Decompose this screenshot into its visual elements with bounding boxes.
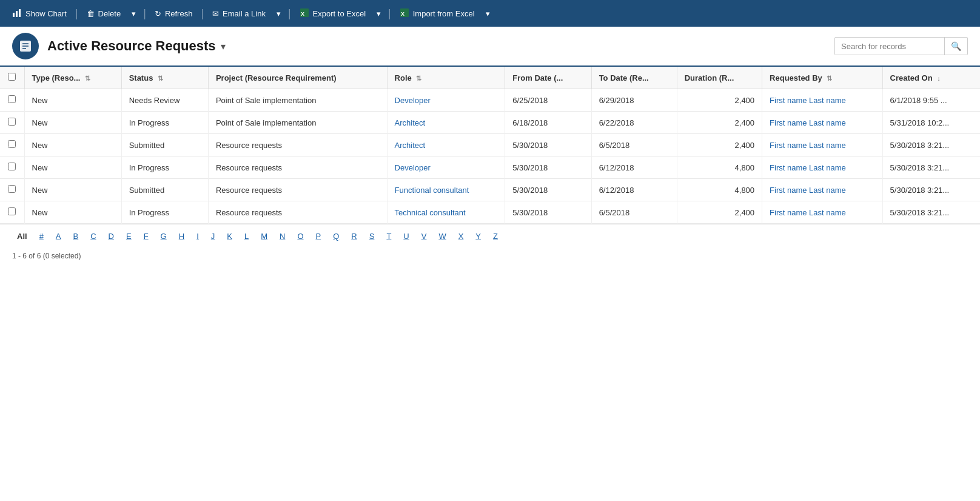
row-project: Resource requests bbox=[208, 179, 387, 201]
row-role[interactable]: Technical consultant bbox=[387, 201, 505, 224]
page-letter-p[interactable]: P bbox=[311, 229, 326, 243]
row-type: New bbox=[24, 112, 121, 134]
search-input[interactable] bbox=[835, 38, 944, 55]
row-requested-by[interactable]: First name Last name bbox=[762, 201, 883, 224]
sort-icon-created-on: ↓ bbox=[937, 75, 941, 82]
row-project: Point of Sale implementation bbox=[208, 112, 387, 134]
page-letter-m[interactable]: M bbox=[256, 229, 272, 243]
page-letter-e[interactable]: E bbox=[121, 229, 136, 243]
row-from-date: 5/30/2018 bbox=[505, 134, 591, 156]
page-letter-c[interactable]: C bbox=[86, 229, 101, 243]
row-checkbox[interactable] bbox=[8, 163, 16, 170]
delete-button[interactable]: 🗑 Delete bbox=[82, 7, 126, 21]
table-header-row: Type (Reso... ⇅ Status ⇅ Project (Resour… bbox=[0, 67, 980, 89]
row-duration: 2,400 bbox=[677, 112, 762, 134]
page-letter-f[interactable]: F bbox=[139, 229, 153, 243]
page-letter-n[interactable]: N bbox=[275, 229, 290, 243]
row-type: New bbox=[24, 89, 121, 112]
page-letter-s[interactable]: S bbox=[364, 229, 380, 243]
svg-text:X: X bbox=[301, 11, 304, 17]
row-checkbox[interactable] bbox=[8, 185, 16, 193]
import-icon: X bbox=[400, 8, 409, 19]
col-header-duration[interactable]: Duration (R... bbox=[677, 67, 762, 89]
table-row: NewSubmittedResource requestsFunctional … bbox=[0, 179, 980, 201]
row-checkbox-cell[interactable] bbox=[0, 112, 24, 134]
page-letter-g[interactable]: G bbox=[156, 229, 172, 243]
row-requested-by[interactable]: First name Last name bbox=[762, 179, 883, 201]
page-letter-u[interactable]: U bbox=[398, 229, 414, 243]
row-checkbox-cell[interactable] bbox=[0, 156, 24, 179]
col-header-created-on[interactable]: Created On ↓ bbox=[882, 67, 980, 89]
row-duration: 2,400 bbox=[677, 201, 762, 224]
delete-dropdown-button[interactable]: ▾ bbox=[128, 7, 139, 21]
import-dropdown-button[interactable]: ▾ bbox=[482, 7, 494, 21]
select-all-checkbox-header[interactable] bbox=[0, 67, 24, 89]
page-letter-b[interactable]: B bbox=[69, 229, 84, 243]
col-header-from-date[interactable]: From Date (... bbox=[505, 67, 591, 89]
row-type: New bbox=[24, 179, 121, 201]
page-letter-o[interactable]: O bbox=[292, 229, 308, 243]
row-created-on: 5/30/2018 3:21... bbox=[882, 179, 980, 201]
page-letter-all[interactable]: All bbox=[12, 229, 32, 243]
row-checkbox[interactable] bbox=[8, 207, 16, 215]
col-header-status[interactable]: Status ⇅ bbox=[121, 67, 208, 89]
status-bar: 1 - 6 of 6 (0 selected) bbox=[0, 248, 980, 264]
import-excel-button[interactable]: X Import from Excel bbox=[395, 5, 480, 22]
row-project: Resource requests bbox=[208, 201, 387, 224]
page-letter-h[interactable]: H bbox=[174, 229, 189, 243]
row-requested-by[interactable]: First name Last name bbox=[762, 89, 883, 112]
col-header-project[interactable]: Project (Resource Requirement) bbox=[208, 67, 387, 89]
export-excel-button[interactable]: X Export to Excel bbox=[295, 5, 371, 22]
col-header-role[interactable]: Role ⇅ bbox=[387, 67, 505, 89]
row-role[interactable]: Developer bbox=[387, 89, 505, 112]
row-checkbox[interactable] bbox=[8, 95, 16, 103]
row-checkbox-cell[interactable] bbox=[0, 89, 24, 112]
row-duration: 4,800 bbox=[677, 156, 762, 179]
export-dropdown-button[interactable]: ▾ bbox=[373, 7, 384, 21]
row-checkbox[interactable] bbox=[8, 140, 16, 148]
page-letter-d[interactable]: D bbox=[104, 229, 119, 243]
email-dropdown-button[interactable]: ▾ bbox=[273, 7, 284, 21]
row-role[interactable]: Architect bbox=[387, 134, 505, 156]
show-chart-button[interactable]: Show Chart bbox=[7, 5, 72, 22]
sort-icon-role: ⇅ bbox=[416, 75, 421, 82]
search-button[interactable]: 🔍 bbox=[944, 38, 967, 55]
page-letter-w[interactable]: W bbox=[434, 229, 451, 243]
page-letter-y[interactable]: Y bbox=[471, 229, 486, 243]
page-letter-r[interactable]: R bbox=[346, 229, 361, 243]
page-letter-i[interactable]: I bbox=[192, 229, 204, 243]
row-duration: 2,400 bbox=[677, 89, 762, 112]
page-title-dropdown-button[interactable]: ▾ bbox=[220, 39, 227, 53]
row-checkbox[interactable] bbox=[8, 118, 16, 126]
row-requested-by[interactable]: First name Last name bbox=[762, 134, 883, 156]
email-link-button[interactable]: ✉ Email a Link bbox=[207, 7, 270, 21]
page-letter-l[interactable]: L bbox=[240, 229, 253, 243]
page-letter-z[interactable]: Z bbox=[488, 229, 503, 243]
refresh-button[interactable]: ↻ Refresh bbox=[150, 7, 198, 21]
page-letter-#[interactable]: # bbox=[35, 229, 49, 243]
page-letter-a[interactable]: A bbox=[51, 229, 66, 243]
row-role[interactable]: Functional consultant bbox=[387, 179, 505, 201]
page-letter-k[interactable]: K bbox=[222, 229, 237, 243]
import-excel-label: Import from Excel bbox=[413, 9, 475, 18]
page-letter-q[interactable]: Q bbox=[328, 229, 344, 243]
row-checkbox-cell[interactable] bbox=[0, 179, 24, 201]
page-letter-v[interactable]: V bbox=[417, 229, 432, 243]
row-checkbox-cell[interactable] bbox=[0, 134, 24, 156]
row-requested-by[interactable]: First name Last name bbox=[762, 112, 883, 134]
row-role[interactable]: Developer bbox=[387, 156, 505, 179]
row-requested-by[interactable]: First name Last name bbox=[762, 156, 883, 179]
row-role[interactable]: Architect bbox=[387, 112, 505, 134]
col-header-to-date[interactable]: To Date (Re... bbox=[591, 67, 677, 89]
col-header-type[interactable]: Type (Reso... ⇅ bbox=[24, 67, 121, 89]
row-created-on: 5/30/2018 3:21... bbox=[882, 134, 980, 156]
page-letter-j[interactable]: J bbox=[206, 229, 220, 243]
resource-requests-table: Type (Reso... ⇅ Status ⇅ Project (Resour… bbox=[0, 67, 980, 224]
page-letter-t[interactable]: T bbox=[381, 229, 396, 243]
sort-icon-status: ⇅ bbox=[158, 75, 163, 82]
col-header-requested-by[interactable]: Requested By ⇅ bbox=[762, 67, 883, 89]
row-project: Point of Sale implementation bbox=[208, 89, 387, 112]
select-all-checkbox[interactable] bbox=[8, 73, 16, 81]
page-letter-x[interactable]: X bbox=[454, 229, 469, 243]
row-checkbox-cell[interactable] bbox=[0, 201, 24, 224]
